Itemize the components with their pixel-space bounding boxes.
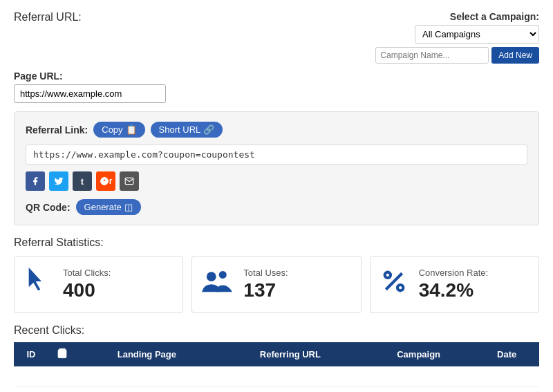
recent-clicks-section: Recent Clicks: ID Landing Page Referring…	[14, 324, 539, 387]
email-icon[interactable]	[120, 171, 139, 191]
table-row	[14, 366, 539, 387]
table-header: ID Landing Page Referring URL Campaign D…	[14, 342, 539, 366]
social-icons-row: t r r	[26, 171, 527, 191]
campaign-select-label: Select a Campaign:	[375, 11, 539, 22]
stat-card-clicks: Total Clicks: 400	[14, 256, 183, 313]
referral-link-box: Referral Link: Copy 📋 Short URL 🔗 https:…	[14, 111, 539, 225]
stats-section: Referral Statistics: Total Clicks: 400	[14, 236, 539, 313]
stat-card-uses: Total Uses: 137	[191, 256, 361, 313]
qr-icon: ◫	[124, 202, 133, 212]
reddit-icon[interactable]: r r	[96, 171, 115, 191]
stats-title: Referral Statistics:	[14, 236, 539, 249]
th-cart	[48, 342, 76, 366]
campaign-name-input[interactable]	[375, 47, 489, 64]
facebook-icon[interactable]	[26, 171, 45, 191]
table-header-row: ID Landing Page Referring URL Campaign D…	[14, 342, 539, 366]
th-campaign: Campaign	[363, 342, 474, 366]
add-new-button[interactable]: Add New	[491, 47, 539, 64]
twitter-icon[interactable]	[49, 171, 68, 191]
th-id: ID	[14, 342, 48, 366]
copy-label: Copy	[102, 124, 122, 135]
qr-label: QR Code:	[26, 202, 71, 213]
referral-url-title: Referral URL:	[14, 8, 82, 23]
page-wrapper: Referral URL: Select a Campaign: All Cam…	[0, 0, 553, 392]
cursor-icon	[24, 268, 52, 301]
page-url-input[interactable]	[14, 84, 166, 103]
svg-point-3	[207, 272, 216, 281]
stat-info-uses: Total Uses: 137	[243, 268, 288, 301]
conversion-rate-value: 34.2%	[419, 279, 488, 301]
link-icon: 🔗	[203, 124, 214, 135]
total-uses-value: 137	[243, 279, 288, 301]
table-body	[14, 366, 539, 387]
recent-clicks-table: ID Landing Page Referring URL Campaign D…	[14, 342, 539, 387]
recent-clicks-title: Recent Clicks:	[14, 324, 539, 337]
conversion-rate-label: Conversion Rate:	[419, 268, 488, 278]
campaign-select[interactable]: All Campaigns	[415, 25, 539, 44]
referral-url-title-area: Referral URL:	[14, 11, 82, 24]
th-date: Date	[474, 342, 539, 366]
users-icon	[202, 269, 232, 300]
total-uses-label: Total Uses:	[243, 268, 288, 278]
copy-icon: 📋	[126, 124, 137, 135]
stats-row: Total Clicks: 400 Total Uses: 137	[14, 256, 539, 313]
campaign-select-area: Select a Campaign: All Campaigns Add New	[375, 11, 539, 64]
referral-url-display: https://www.example.com?coupon=coupontes…	[26, 144, 527, 165]
page-url-section: Page URL:	[14, 71, 539, 103]
generate-label: Generate	[84, 202, 122, 212]
th-landing-page: Landing Page	[76, 342, 218, 366]
campaign-add-row: Add New	[375, 47, 539, 64]
qr-row: QR Code: Generate ◫	[26, 199, 527, 215]
short-url-button[interactable]: Short URL 🔗	[151, 122, 223, 138]
stat-info-conversion: Conversion Rate: 34.2%	[419, 268, 488, 301]
referral-link-row: Referral Link: Copy 📋 Short URL 🔗	[26, 122, 527, 138]
short-url-label: Short URL	[159, 124, 201, 135]
total-clicks-label: Total Clicks:	[63, 268, 111, 278]
svg-point-6	[384, 272, 390, 278]
total-clicks-value: 400	[63, 279, 111, 301]
svg-text:r: r	[102, 179, 103, 183]
header-row: Referral URL: Select a Campaign: All Cam…	[14, 11, 539, 64]
stat-card-conversion: Conversion Rate: 34.2%	[370, 256, 539, 313]
generate-button[interactable]: Generate ◫	[76, 199, 141, 215]
copy-button[interactable]: Copy 📋	[93, 122, 144, 138]
page-url-label: Page URL:	[14, 71, 539, 82]
th-referring-url: Referring URL	[218, 342, 363, 366]
svg-point-7	[397, 285, 403, 290]
svg-point-4	[219, 271, 227, 279]
percent-icon	[380, 268, 408, 301]
stat-info-clicks: Total Clicks: 400	[63, 268, 111, 301]
svg-line-5	[386, 273, 402, 289]
tumblr-icon[interactable]: t	[73, 171, 92, 191]
referral-link-label: Referral Link:	[26, 124, 88, 136]
